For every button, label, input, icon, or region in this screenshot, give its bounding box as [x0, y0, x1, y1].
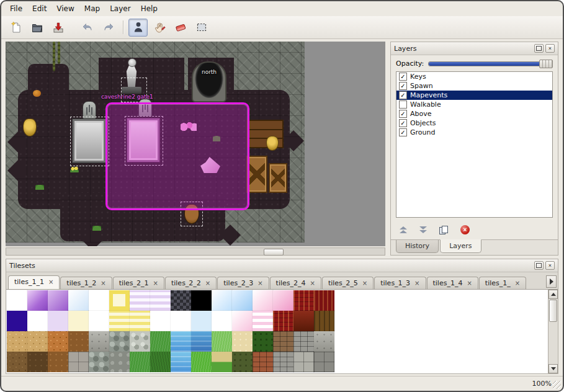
layer-visibility-checkbox[interactable]: ✓ — [399, 73, 407, 81]
float-dock-button[interactable] — [534, 44, 544, 53]
tileset-tile[interactable] — [273, 311, 293, 331]
tileset-tab-tiles_1_[interactable]: tiles_1_× — [479, 277, 526, 289]
tileset-tile[interactable] — [293, 290, 314, 311]
map-horizontal-scrollbar[interactable] — [6, 247, 385, 256]
tab-close-icon[interactable]: × — [362, 280, 367, 287]
layer-row[interactable]: ✓Ground — [396, 128, 552, 137]
tab-close-icon[interactable]: × — [153, 280, 158, 287]
tileset-tile[interactable] — [150, 331, 171, 352]
tileset-tab-tiles_1_4[interactable]: tiles_1_4× — [427, 277, 478, 289]
menu-view[interactable]: View — [51, 2, 79, 15]
tileset-tile[interactable] — [273, 290, 293, 311]
tileset-tile[interactable] — [109, 290, 130, 311]
tileset-tile[interactable] — [212, 290, 232, 311]
tileset-tile[interactable] — [253, 311, 273, 331]
tileset-tile[interactable] — [191, 311, 212, 331]
layer-visibility-checkbox[interactable]: ✓ — [399, 91, 407, 99]
tileset-tile[interactable] — [109, 311, 130, 331]
layer-visibility-checkbox[interactable] — [399, 100, 407, 109]
tileset-tile[interactable] — [7, 290, 27, 311]
tileset-tile[interactable] — [232, 290, 253, 311]
tileset-tile[interactable] — [27, 352, 48, 372]
tab-close-icon[interactable]: × — [48, 279, 53, 285]
tab-scroll-right-button[interactable] — [546, 275, 557, 288]
undo-button[interactable] — [78, 19, 97, 37]
map-hscroll-thumb[interactable] — [264, 249, 284, 256]
move-layer-up-button[interactable] — [398, 225, 408, 234]
opacity-slider-handle[interactable] — [539, 60, 553, 68]
tileset-tile[interactable] — [171, 311, 191, 331]
scroll-thumb[interactable] — [549, 300, 557, 322]
float-dock-button[interactable] — [534, 261, 544, 270]
tileset-tile[interactable] — [48, 352, 68, 372]
layer-row[interactable]: ✓Keys — [396, 72, 552, 81]
tileset-tile[interactable] — [109, 352, 130, 372]
delete-layer-button[interactable]: × — [459, 224, 471, 236]
dock-tab-layers[interactable]: Layers — [440, 239, 481, 253]
tab-close-icon[interactable]: × — [414, 280, 419, 287]
tab-close-icon[interactable]: × — [257, 280, 262, 287]
tileset-tile[interactable] — [191, 331, 212, 352]
tileset-tab-tiles_2_2[interactable]: tiles_2_2× — [165, 277, 217, 289]
tab-close-icon[interactable]: × — [310, 280, 315, 287]
redo-button[interactable] — [99, 19, 118, 37]
tileset-tile[interactable] — [7, 331, 27, 352]
layers-dock-titlebar[interactable]: Layers × — [391, 42, 558, 55]
layer-row[interactable]: ✓Objects — [396, 118, 552, 128]
layer-row[interactable]: ✓Above — [396, 109, 552, 118]
hand-pen-tool-button[interactable] — [150, 19, 169, 37]
tileset-tile[interactable] — [130, 352, 150, 372]
tileset-tile[interactable] — [314, 311, 334, 331]
layer-visibility-checkbox[interactable]: ✓ — [399, 110, 407, 118]
tileset-tab-tiles_1_1[interactable]: tiles_1_1× — [8, 275, 60, 289]
tileset-tile[interactable] — [89, 352, 109, 372]
tileset-tab-tiles_2_5[interactable]: tiles_2_5× — [322, 277, 374, 289]
tileset-tile[interactable] — [191, 290, 212, 311]
tileset-tile[interactable] — [171, 290, 191, 311]
tab-close-icon[interactable]: × — [205, 280, 210, 287]
dock-tab-history[interactable]: History — [396, 240, 439, 253]
tileset-tile[interactable] — [150, 311, 171, 331]
tilesets-dock-titlebar[interactable]: Tilesets × — [6, 259, 558, 272]
tileset-tile[interactable] — [150, 290, 171, 311]
tileset-tab-tiles_2_1[interactable]: tiles_2_1× — [113, 277, 164, 289]
tileset-tile[interactable] — [27, 331, 48, 352]
menu-map[interactable]: Map — [79, 2, 105, 15]
close-dock-button[interactable]: × — [545, 261, 555, 270]
tileset-tile[interactable] — [314, 352, 334, 372]
tileset-tile[interactable] — [293, 352, 314, 372]
open-file-button[interactable] — [27, 19, 47, 37]
tileset-tile[interactable] — [232, 352, 253, 372]
layer-visibility-checkbox[interactable]: ✓ — [399, 128, 407, 136]
tileset-tile[interactable] — [212, 352, 232, 372]
move-layer-down-button[interactable] — [418, 225, 428, 234]
tileset-tile[interactable] — [273, 331, 293, 352]
layer-visibility-checkbox[interactable]: ✓ — [399, 119, 407, 127]
tileset-tile[interactable] — [253, 352, 273, 372]
menu-layer[interactable]: Layer — [105, 2, 135, 15]
tileset-tile[interactable] — [232, 331, 253, 352]
tileset-tile[interactable] — [212, 331, 232, 352]
tileset-tile[interactable] — [89, 331, 109, 352]
tileset-tile[interactable] — [89, 311, 109, 331]
tileset-tile[interactable] — [48, 311, 68, 331]
eraser-tool-button[interactable] — [171, 19, 190, 37]
save-file-button[interactable] — [48, 19, 68, 37]
tileset-tile[interactable] — [68, 331, 89, 352]
tileset-tab-tiles_1_2[interactable]: tiles_1_2× — [60, 277, 112, 289]
tileset-tile[interactable] — [68, 352, 89, 372]
scroll-up-button[interactable] — [548, 290, 558, 299]
tileset-tile[interactable] — [171, 352, 191, 372]
tileset-tile[interactable] — [171, 331, 191, 352]
scroll-track[interactable] — [548, 299, 558, 364]
tileset-tile[interactable] — [253, 290, 273, 311]
tileset-tile[interactable] — [293, 311, 314, 331]
tileset-tile[interactable] — [48, 290, 68, 311]
tab-close-icon[interactable]: × — [467, 280, 472, 287]
map-canvas[interactable]: north — [6, 42, 305, 243]
layer-row[interactable]: ✓Mapevents — [396, 91, 552, 100]
tileset-tile[interactable] — [130, 290, 150, 311]
menu-edit[interactable]: Edit — [27, 2, 51, 15]
tileset-tile[interactable] — [253, 331, 273, 352]
tileset-tile[interactable] — [191, 352, 212, 372]
